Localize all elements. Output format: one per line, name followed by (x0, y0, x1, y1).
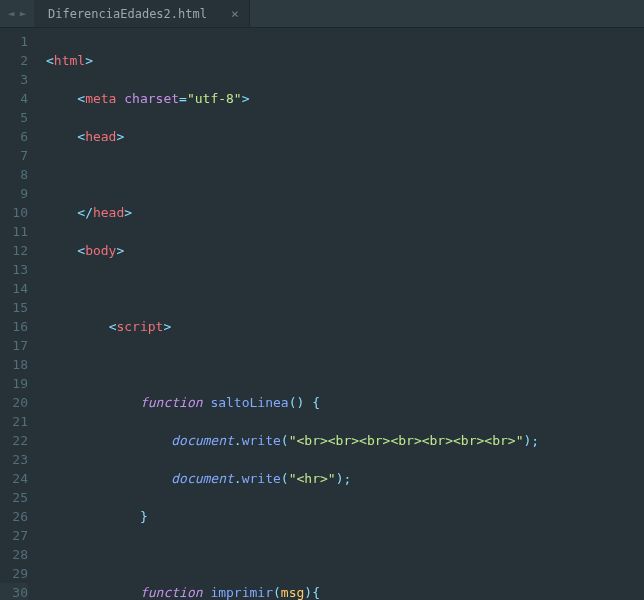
line-gutter: 1 2 3 4 5 6 7 8 9 10 11 12 13 14 15 16 1… (0, 28, 38, 600)
code-line: } (46, 507, 644, 526)
code-line: <html> (46, 51, 644, 70)
line-num: 28 (0, 545, 28, 564)
code-line (46, 355, 644, 374)
code-line: function saltoLinea() { (46, 393, 644, 412)
code-line: <script> (46, 317, 644, 336)
line-num: 23 (0, 450, 28, 469)
nav-back-icon[interactable]: ◄ (6, 7, 16, 20)
code-line: </head> (46, 203, 644, 222)
line-num: 4 (0, 89, 28, 108)
tab-file[interactable]: DiferenciaEdades2.html × (34, 0, 250, 27)
line-num: 21 (0, 412, 28, 431)
code-line: function imprimir(msg){ (46, 583, 644, 600)
line-num: 5 (0, 108, 28, 127)
code-line: <body> (46, 241, 644, 260)
line-num: 25 (0, 488, 28, 507)
line-num: 17 (0, 336, 28, 355)
line-num: 13 (0, 260, 28, 279)
line-num: 24 (0, 469, 28, 488)
line-num: 27 (0, 526, 28, 545)
code-line (46, 545, 644, 564)
line-num: 22 (0, 431, 28, 450)
line-num: 26 (0, 507, 28, 526)
line-num: 6 (0, 127, 28, 146)
code-editor[interactable]: 1 2 3 4 5 6 7 8 9 10 11 12 13 14 15 16 1… (0, 28, 644, 600)
line-num: 9 (0, 184, 28, 203)
line-num: 16 (0, 317, 28, 336)
code-line: <meta charset="utf-8"> (46, 89, 644, 108)
nav-forward-icon[interactable]: ► (18, 7, 28, 20)
nav-arrows: ◄ ► (0, 0, 34, 27)
line-num: 1 (0, 32, 28, 51)
tab-title: DiferenciaEdades2.html (48, 7, 207, 21)
line-num: 11 (0, 222, 28, 241)
tab-bar: ◄ ► DiferenciaEdades2.html × (0, 0, 644, 28)
line-num: 15 (0, 298, 28, 317)
code-area[interactable]: <html> <meta charset="utf-8"> <head> </h… (38, 28, 644, 600)
code-line (46, 165, 644, 184)
line-num: 2 (0, 51, 28, 70)
line-num: 30 (0, 583, 28, 600)
code-line: <head> (46, 127, 644, 146)
line-num: 12 (0, 241, 28, 260)
close-icon[interactable]: × (231, 7, 239, 20)
line-num: 3 (0, 70, 28, 89)
line-num: 14 (0, 279, 28, 298)
line-num: 18 (0, 355, 28, 374)
line-num: 8 (0, 165, 28, 184)
line-num: 19 (0, 374, 28, 393)
code-line: document.write("<hr>"); (46, 469, 644, 488)
line-num: 7 (0, 146, 28, 165)
code-line (46, 279, 644, 298)
line-num: 20 (0, 393, 28, 412)
line-num: 29 (0, 564, 28, 583)
code-line: document.write("<br><br><br><br><br><br>… (46, 431, 644, 450)
line-num: 10 (0, 203, 28, 222)
